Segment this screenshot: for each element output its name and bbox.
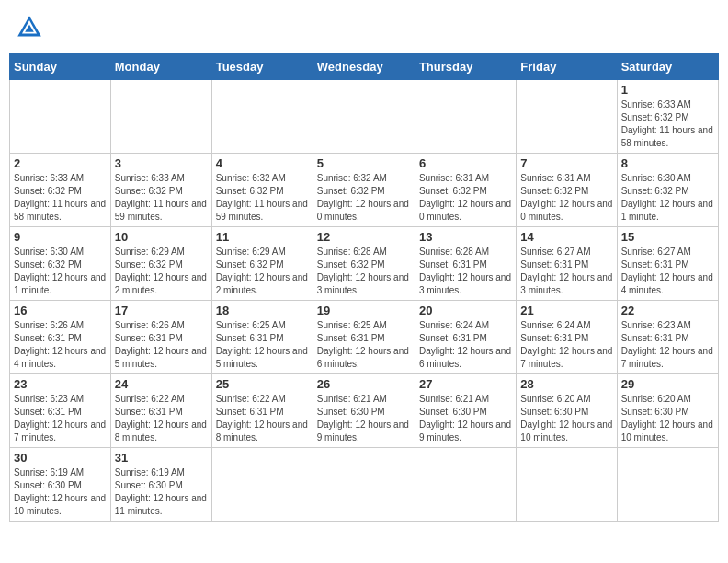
calendar-cell: 11Sunrise: 6:29 AM Sunset: 6:32 PM Dayli… — [211, 227, 313, 301]
day-info: Sunrise: 6:19 AM Sunset: 6:30 PM Dayligh… — [14, 466, 107, 518]
calendar-cell: 27Sunrise: 6:21 AM Sunset: 6:30 PM Dayli… — [415, 374, 516, 448]
day-info: Sunrise: 6:32 AM Sunset: 6:32 PM Dayligh… — [317, 172, 411, 224]
day-number: 17 — [115, 304, 208, 317]
weekday-header-sunday: Sunday — [10, 54, 111, 80]
day-info: Sunrise: 6:33 AM Sunset: 6:32 PM Dayligh… — [115, 172, 208, 224]
day-info: Sunrise: 6:30 AM Sunset: 6:32 PM Dayligh… — [621, 172, 714, 224]
weekday-header-row: SundayMondayTuesdayWednesdayThursdayFrid… — [10, 54, 719, 80]
day-number: 29 — [621, 377, 714, 391]
calendar-cell: 8Sunrise: 6:30 AM Sunset: 6:32 PM Daylig… — [617, 154, 718, 227]
calendar-cell: 14Sunrise: 6:27 AM Sunset: 6:31 PM Dayli… — [517, 227, 617, 301]
calendar-cell: 29Sunrise: 6:20 AM Sunset: 6:30 PM Dayli… — [617, 374, 718, 448]
calendar-cell: 15Sunrise: 6:27 AM Sunset: 6:31 PM Dayli… — [617, 227, 718, 301]
calendar-cell — [10, 80, 111, 154]
day-info: Sunrise: 6:25 AM Sunset: 6:31 PM Dayligh… — [216, 319, 309, 371]
day-number: 28 — [520, 377, 612, 391]
calendar-cell: 1Sunrise: 6:33 AM Sunset: 6:32 PM Daylig… — [617, 80, 718, 154]
calendar-cell: 26Sunrise: 6:21 AM Sunset: 6:30 PM Dayli… — [313, 374, 415, 448]
day-info: Sunrise: 6:31 AM Sunset: 6:32 PM Dayligh… — [419, 172, 512, 224]
weekday-header-saturday: Saturday — [617, 54, 718, 80]
day-info: Sunrise: 6:26 AM Sunset: 6:31 PM Dayligh… — [14, 319, 107, 371]
day-number: 4 — [216, 156, 309, 170]
calendar-cell: 30Sunrise: 6:19 AM Sunset: 6:30 PM Dayli… — [10, 448, 111, 522]
calendar-cell — [313, 448, 415, 522]
calendar-week-4: 16Sunrise: 6:26 AM Sunset: 6:31 PM Dayli… — [10, 301, 719, 374]
day-number: 12 — [317, 230, 411, 244]
calendar-cell — [415, 80, 516, 154]
day-number: 23 — [14, 377, 107, 391]
day-info: Sunrise: 6:30 AM Sunset: 6:32 PM Dayligh… — [14, 246, 107, 297]
day-number: 21 — [520, 304, 612, 317]
day-number: 13 — [419, 230, 512, 244]
day-info: Sunrise: 6:20 AM Sunset: 6:30 PM Dayligh… — [520, 393, 612, 444]
calendar-cell — [517, 448, 617, 522]
day-number: 8 — [621, 156, 714, 170]
calendar-cell: 10Sunrise: 6:29 AM Sunset: 6:32 PM Dayli… — [110, 227, 211, 301]
day-number: 15 — [621, 230, 714, 244]
day-number: 14 — [520, 230, 612, 244]
day-info: Sunrise: 6:29 AM Sunset: 6:32 PM Dayligh… — [216, 246, 309, 297]
day-number: 27 — [419, 377, 512, 391]
page-header — [9, 9, 719, 46]
day-info: Sunrise: 6:21 AM Sunset: 6:30 PM Dayligh… — [419, 393, 512, 444]
day-number: 24 — [115, 377, 208, 391]
day-info: Sunrise: 6:23 AM Sunset: 6:31 PM Dayligh… — [14, 393, 107, 444]
calendar-cell: 13Sunrise: 6:28 AM Sunset: 6:31 PM Dayli… — [415, 227, 516, 301]
calendar-week-2: 2Sunrise: 6:33 AM Sunset: 6:32 PM Daylig… — [10, 154, 719, 227]
calendar-cell: 16Sunrise: 6:26 AM Sunset: 6:31 PM Dayli… — [10, 301, 111, 374]
calendar-table: SundayMondayTuesdayWednesdayThursdayFrid… — [9, 53, 719, 522]
day-number: 18 — [216, 304, 309, 317]
day-info: Sunrise: 6:25 AM Sunset: 6:31 PM Dayligh… — [317, 319, 411, 371]
day-number: 22 — [621, 304, 714, 317]
day-info: Sunrise: 6:31 AM Sunset: 6:32 PM Dayligh… — [520, 172, 612, 224]
day-number: 25 — [216, 377, 309, 391]
calendar-cell — [313, 80, 415, 154]
day-info: Sunrise: 6:22 AM Sunset: 6:31 PM Dayligh… — [216, 393, 309, 444]
calendar-cell: 9Sunrise: 6:30 AM Sunset: 6:32 PM Daylig… — [10, 227, 111, 301]
day-info: Sunrise: 6:27 AM Sunset: 6:31 PM Dayligh… — [520, 246, 612, 297]
weekday-header-monday: Monday — [110, 54, 211, 80]
weekday-header-wednesday: Wednesday — [313, 54, 415, 80]
day-number: 20 — [419, 304, 512, 317]
calendar-cell: 21Sunrise: 6:24 AM Sunset: 6:31 PM Dayli… — [517, 301, 617, 374]
day-number: 26 — [317, 377, 411, 391]
calendar-cell: 31Sunrise: 6:19 AM Sunset: 6:30 PM Dayli… — [110, 448, 211, 522]
day-number: 16 — [14, 304, 107, 317]
calendar-cell — [415, 448, 516, 522]
day-info: Sunrise: 6:20 AM Sunset: 6:30 PM Dayligh… — [621, 393, 714, 444]
calendar-cell — [517, 80, 617, 154]
calendar-cell: 3Sunrise: 6:33 AM Sunset: 6:32 PM Daylig… — [110, 154, 211, 227]
logo-icon — [15, 13, 44, 42]
calendar-cell: 28Sunrise: 6:20 AM Sunset: 6:30 PM Dayli… — [517, 374, 617, 448]
day-number: 1 — [621, 83, 714, 97]
day-number: 11 — [216, 230, 309, 244]
day-number: 3 — [115, 156, 208, 170]
calendar-cell — [211, 448, 313, 522]
calendar-cell — [110, 80, 211, 154]
day-info: Sunrise: 6:29 AM Sunset: 6:32 PM Dayligh… — [115, 246, 208, 297]
calendar-cell — [617, 448, 718, 522]
calendar-week-6: 30Sunrise: 6:19 AM Sunset: 6:30 PM Dayli… — [10, 448, 719, 522]
calendar-cell: 4Sunrise: 6:32 AM Sunset: 6:32 PM Daylig… — [211, 154, 313, 227]
weekday-header-thursday: Thursday — [415, 54, 516, 80]
calendar-week-3: 9Sunrise: 6:30 AM Sunset: 6:32 PM Daylig… — [10, 227, 719, 301]
calendar-cell: 25Sunrise: 6:22 AM Sunset: 6:31 PM Dayli… — [211, 374, 313, 448]
day-info: Sunrise: 6:27 AM Sunset: 6:31 PM Dayligh… — [621, 246, 714, 297]
calendar-week-1: 1Sunrise: 6:33 AM Sunset: 6:32 PM Daylig… — [10, 80, 719, 154]
calendar-cell — [211, 80, 313, 154]
calendar-cell: 6Sunrise: 6:31 AM Sunset: 6:32 PM Daylig… — [415, 154, 516, 227]
calendar-cell: 20Sunrise: 6:24 AM Sunset: 6:31 PM Dayli… — [415, 301, 516, 374]
day-info: Sunrise: 6:21 AM Sunset: 6:30 PM Dayligh… — [317, 393, 411, 444]
calendar-cell: 22Sunrise: 6:23 AM Sunset: 6:31 PM Dayli… — [617, 301, 718, 374]
day-info: Sunrise: 6:23 AM Sunset: 6:31 PM Dayligh… — [621, 319, 714, 371]
calendar-cell: 18Sunrise: 6:25 AM Sunset: 6:31 PM Dayli… — [211, 301, 313, 374]
calendar-cell: 23Sunrise: 6:23 AM Sunset: 6:31 PM Dayli… — [10, 374, 111, 448]
day-number: 19 — [317, 304, 411, 317]
day-info: Sunrise: 6:28 AM Sunset: 6:31 PM Dayligh… — [419, 246, 512, 297]
calendar-cell: 5Sunrise: 6:32 AM Sunset: 6:32 PM Daylig… — [313, 154, 415, 227]
day-info: Sunrise: 6:26 AM Sunset: 6:31 PM Dayligh… — [115, 319, 208, 371]
day-number: 30 — [14, 451, 107, 465]
day-info: Sunrise: 6:33 AM Sunset: 6:32 PM Dayligh… — [14, 172, 107, 224]
day-number: 7 — [520, 156, 612, 170]
day-number: 2 — [14, 156, 107, 170]
